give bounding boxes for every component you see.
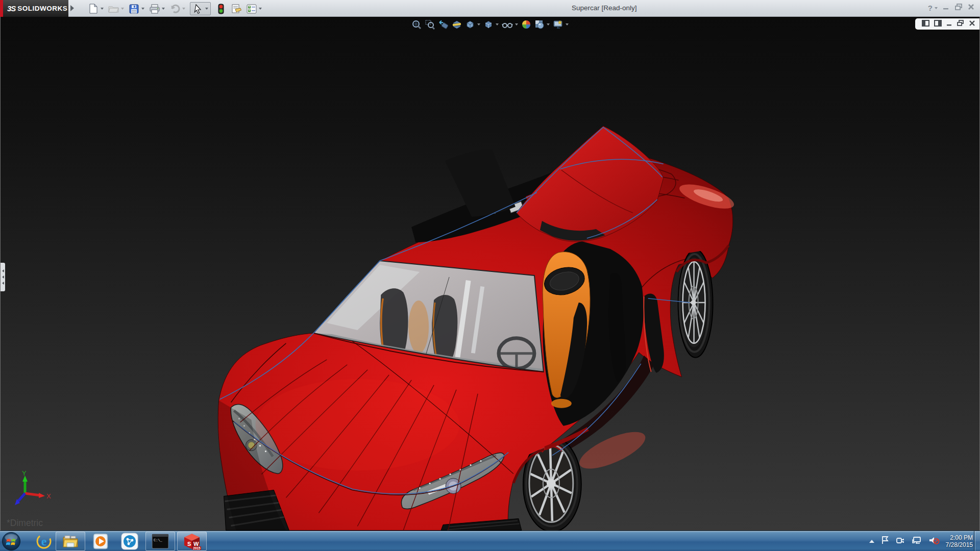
feature-panel-collapse-tab[interactable] — [1, 263, 5, 291]
open-document-button[interactable] — [108, 4, 124, 14]
solidworks-logo: 3S SOLIDWORKS — [0, 0, 68, 17]
internet-explorer-icon: e — [35, 533, 53, 550]
media-player-button[interactable] — [90, 531, 112, 551]
window-controls: ? — [928, 3, 975, 13]
dropdown-icon[interactable] — [162, 8, 165, 10]
start-button[interactable] — [2, 532, 21, 551]
title-bar: 3S SOLIDWORKS — [0, 0, 980, 17]
previous-view-icon — [438, 19, 449, 30]
app-minimize-button[interactable] — [942, 3, 950, 13]
open-folder-icon — [108, 4, 119, 14]
rebuild-button[interactable] — [215, 4, 226, 14]
hidden-icons-chevron-icon[interactable] — [869, 540, 874, 543]
options-button[interactable] — [246, 4, 262, 14]
tray-date: 7/28/2015 — [946, 541, 973, 548]
svg-text:e: e — [41, 535, 47, 548]
main-toolbar — [88, 2, 266, 15]
taskbar: e C:\_ — [0, 531, 980, 551]
app-close-button[interactable] — [967, 3, 975, 13]
chevron-left-icon — [2, 269, 4, 272]
dropdown-icon[interactable] — [566, 23, 569, 26]
app-restore-button[interactable] — [954, 3, 963, 13]
section-view-button[interactable] — [452, 19, 462, 30]
command-prompt-button[interactable]: C:\_ — [145, 532, 175, 551]
dropdown-icon[interactable] — [121, 8, 124, 10]
media-player-icon — [92, 533, 110, 550]
zoom-to-fit-icon — [411, 19, 422, 30]
tray-time: 2:00 PM — [946, 534, 973, 541]
print-button[interactable] — [149, 4, 165, 14]
view-settings-button[interactable] — [553, 19, 569, 30]
pane-right-button[interactable] — [934, 19, 942, 29]
dropdown-icon[interactable] — [477, 23, 480, 26]
graphics-area[interactable]: Y X *Dimetric — [0, 17, 980, 531]
action-center-flag-icon[interactable] — [880, 536, 890, 547]
tray-clock[interactable]: 2:00 PM 7/28/2015 — [946, 534, 973, 548]
options-checklist-icon — [246, 4, 257, 14]
apply-scene-button[interactable] — [534, 19, 550, 30]
svg-text:2015: 2015 — [193, 546, 201, 550]
command-prompt-icon: C:\_ — [152, 534, 169, 549]
menu-expand-arrow-icon[interactable] — [70, 5, 74, 11]
orientation-triad: Y X — [13, 469, 54, 515]
system-tray: 2:00 PM 7/28/2015 — [869, 531, 973, 551]
volume-muted-icon[interactable] — [928, 536, 940, 547]
zoom-to-area-icon — [425, 19, 435, 30]
zoom-to-area-button[interactable] — [425, 19, 435, 30]
internet-explorer-button[interactable]: e — [33, 531, 55, 551]
doc-minimize-button[interactable] — [946, 19, 952, 29]
eyeglasses-icon — [502, 19, 513, 30]
file-properties-button[interactable] — [231, 4, 241, 14]
select-pressed-box — [190, 2, 211, 15]
save-floppy-icon — [129, 4, 139, 14]
edit-appearance-button[interactable] — [521, 19, 531, 30]
select-cursor-icon — [192, 4, 203, 14]
dropdown-icon[interactable] — [547, 23, 550, 26]
view-orientation-icon — [465, 19, 475, 30]
windows-explorer-button[interactable] — [56, 532, 85, 551]
help-icon: ? — [928, 4, 933, 12]
triad-y-label: Y — [22, 469, 27, 477]
new-document-button[interactable] — [88, 4, 104, 14]
printer-icon — [149, 4, 160, 14]
dropdown-icon[interactable] — [496, 23, 499, 26]
dropdown-icon[interactable] — [141, 8, 144, 10]
doc-restore-button[interactable] — [957, 19, 964, 29]
power-plug-icon[interactable] — [896, 536, 906, 547]
scene-sphere-icon — [534, 19, 545, 30]
traffic-light-icon — [215, 4, 226, 14]
dropdown-icon[interactable] — [205, 8, 208, 10]
new-document-icon — [88, 4, 99, 14]
pane-left-button[interactable] — [922, 19, 929, 29]
triad-x-label: X — [46, 492, 51, 500]
undo-button[interactable] — [169, 4, 185, 14]
chevron-left-icon — [2, 276, 4, 279]
dropdown-icon[interactable] — [515, 23, 518, 26]
heads-up-view-toolbar — [410, 19, 570, 30]
help-button[interactable]: ? — [928, 4, 938, 12]
dropdown-icon[interactable] — [259, 8, 262, 10]
blue-molecule-app-icon — [121, 533, 138, 550]
save-button[interactable] — [129, 4, 144, 14]
blue-molecule-app-button[interactable] — [119, 531, 140, 551]
hide-show-items-button[interactable] — [502, 19, 518, 30]
brand-mark: 3S — [7, 4, 15, 13]
select-tool-button[interactable] — [190, 2, 211, 15]
svg-text:S: S — [187, 541, 191, 547]
dropdown-icon[interactable] — [182, 8, 185, 10]
show-desktop-button[interactable] — [974, 531, 980, 551]
supercar-model[interactable] — [1, 17, 979, 531]
zoom-to-fit-button[interactable] — [411, 19, 422, 30]
dropdown-icon[interactable] — [101, 8, 104, 10]
display-style-button[interactable] — [483, 19, 499, 30]
view-orientation-button[interactable] — [465, 19, 480, 30]
previous-view-button[interactable] — [438, 19, 449, 30]
network-icon[interactable] — [912, 536, 922, 547]
doc-close-button[interactable] — [969, 19, 975, 29]
chevron-left-icon — [2, 282, 4, 285]
file-properties-icon — [231, 4, 241, 14]
solidworks-2015-button[interactable]: S W 2015 — [177, 532, 207, 551]
undo-arrow-icon — [169, 4, 180, 14]
dropdown-icon[interactable] — [935, 7, 938, 9]
appearance-ball-icon — [521, 19, 531, 30]
